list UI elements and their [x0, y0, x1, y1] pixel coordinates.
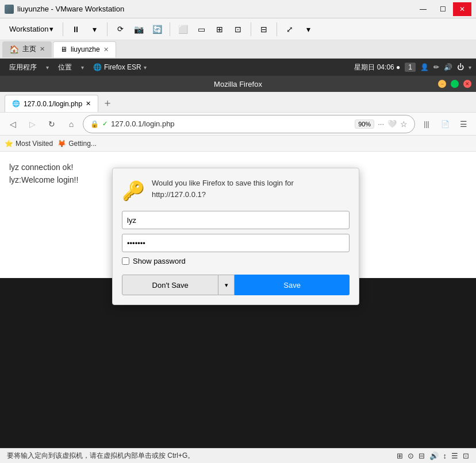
sound-icon: 🔊 — [444, 63, 452, 71]
firefox-menu-arrow: ▾ — [144, 64, 147, 71]
home-tab-close[interactable]: ✕ — [40, 45, 45, 53]
dont-save-button[interactable]: Don't Save — [122, 275, 218, 295]
power-menu-icon[interactable]: ⏻ — [457, 63, 464, 71]
new-tab-button[interactable]: ＋ — [99, 95, 116, 111]
status-icon2: ⊙ — [408, 452, 414, 460]
firefox-menu[interactable]: 🌐 Firefox ESR ▾ — [89, 61, 151, 74]
vm-area[interactable]: 应用程序 ▾ 位置 ▾ 🌐 Firefox ESR ▾ 星期日 04:06 ● … — [0, 59, 476, 449]
view-btn1[interactable]: ⬜ — [175, 21, 191, 37]
bookmark-heart-icon[interactable]: 🤍 — [387, 119, 397, 128]
collections-btn[interactable]: ||| — [419, 116, 435, 132]
workspace-badge: 1 — [405, 63, 416, 72]
forward-button[interactable]: ▷ — [24, 116, 40, 132]
vm-tab-label: liuyunzhe — [71, 45, 100, 53]
toolbar-sep5 — [277, 22, 277, 36]
vm-tab[interactable]: 🖥 liuyunzhe ✕ — [53, 41, 116, 57]
status-bar: 要将输入定向到该虚拟机，请在虚拟机内部单击或按 Ctrl+G。 ⊞ ⊙ ⊟ 🔊 … — [0, 448, 476, 463]
bookmark-star-icon[interactable]: ☆ — [400, 119, 408, 129]
power-dropdown-arrow: ▾ — [469, 64, 471, 71]
vmware-toolbar: Workstation ▾ ⏸ ▾ ⟳ 📷 🔄 ⬜ ▭ ⊞ ⊡ ⊟ ⤢ ▾ — [0, 18, 476, 40]
toolbar-sep2 — [107, 22, 108, 36]
getting-started-bookmark[interactable]: 🦊 Getting... — [57, 140, 97, 148]
show-password-label[interactable]: Show password — [133, 257, 186, 265]
save-button[interactable]: Save — [235, 275, 350, 295]
firefox-minimize-btn[interactable]: － — [438, 80, 446, 88]
most-visited-bookmark[interactable]: ⭐ Most Visited — [5, 140, 53, 148]
dont-save-label: Don't Save — [152, 281, 189, 290]
firefox-close-btn[interactable]: ✕ — [463, 80, 471, 88]
show-password-row: Show password — [122, 257, 350, 265]
vm-tab-icon: 🖥 — [60, 45, 67, 53]
firefox-tab-close[interactable]: ✕ — [86, 100, 91, 107]
linux-topbar-right: 星期日 04:06 ● 1 👤 ✏ 🔊 ⏻ ▾ — [354, 63, 471, 72]
dont-save-dropdown-btn[interactable]: ▾ — [218, 275, 235, 295]
status-icon3: ⊟ — [419, 452, 425, 460]
workstation-dropdown-icon: ▾ — [49, 25, 53, 33]
view-btn2[interactable]: ▭ — [193, 21, 209, 37]
username-input[interactable] — [122, 211, 350, 229]
save-password-popup: 🔑 Would you like Firefox to save this lo… — [112, 168, 359, 305]
firefox-bookmark-icon: 🦊 — [57, 140, 66, 148]
zoom-badge: 90% — [355, 119, 374, 129]
firefox-tabbar: 🌐 127.0.0.1/login.php ✕ ＋ — [0, 92, 476, 113]
vmware-icon — [5, 5, 14, 14]
reader-view-btn[interactable]: 📄 — [437, 116, 453, 132]
view-btn3[interactable]: ⊞ — [212, 21, 228, 37]
bookmark-star2-icon: ⭐ — [5, 140, 13, 148]
title-bar-controls: — ☐ ✕ — [414, 2, 471, 16]
popup-text: Would you like Firefox to save this logi… — [152, 178, 350, 200]
console-btn[interactable]: ⊟ — [256, 21, 272, 37]
firefox-title: Mozilla Firefox — [214, 80, 262, 88]
view-btn4[interactable]: ⊡ — [230, 21, 246, 37]
power-dropdown-btn[interactable]: ▾ — [86, 21, 102, 37]
url-text: 127.0.0.1/login.php — [111, 119, 351, 128]
status-icon6: ☰ — [451, 452, 458, 460]
workstation-menu[interactable]: Workstation ▾ — [5, 22, 58, 36]
snapshot2-btn[interactable]: 🔄 — [149, 21, 165, 37]
status-sound-icon: 🔊 — [429, 452, 439, 460]
most-visited-label: Most Visited — [16, 140, 53, 148]
status-text: 要将输入定向到该虚拟机，请在虚拟机内部单击或按 Ctrl+G。 — [7, 451, 194, 461]
home-nav-button[interactable]: ⌂ — [63, 116, 79, 132]
firefox-tab[interactable]: 🌐 127.0.0.1/login.php ✕ — [5, 95, 98, 112]
lock-icon: 🔒 — [90, 120, 99, 128]
status-icon7: ⊡ — [463, 452, 469, 460]
firefox-window-controls: － ✕ — [438, 80, 471, 88]
apps-menu[interactable]: 应用程序 — [5, 60, 41, 75]
firefox-tab-label: 127.0.0.1/login.php — [24, 100, 82, 108]
firefox-navbar: ◁ ▷ ↻ ⌂ 🔒 ✓ 127.0.0.1/login.php 90% ··· … — [0, 113, 476, 136]
back-button[interactable]: ◁ — [5, 116, 21, 132]
popup-header: 🔑 Would you like Firefox to save this lo… — [122, 178, 350, 202]
show-password-checkbox[interactable] — [122, 257, 129, 265]
bookmarks-bar: ⭐ Most Visited 🦊 Getting... — [0, 136, 476, 152]
home-tab[interactable]: 🏠 主页 ✕ — [2, 41, 52, 57]
firefox-titlebar: Mozilla Firefox － ✕ — [0, 76, 476, 92]
vm-tab-close[interactable]: ✕ — [103, 46, 109, 53]
password-input[interactable] — [122, 234, 350, 252]
power-icon-btn[interactable]: ⏸ — [68, 21, 84, 37]
window-title: liuyunzhe - VMware Workstation — [17, 5, 124, 13]
status-right: ⊞ ⊙ ⊟ 🔊 ↕ ☰ ⊡ — [397, 452, 470, 460]
status-icon1: ⊞ — [397, 452, 403, 460]
minimize-button[interactable]: — — [414, 2, 432, 16]
url-bar[interactable]: 🔒 ✓ 127.0.0.1/login.php 90% ··· 🤍 ☆ — [83, 115, 415, 133]
fullscreen-btn[interactable]: ⤢ — [282, 21, 298, 37]
toolbar-sep3 — [170, 22, 170, 36]
close-button[interactable]: ✕ — [453, 2, 471, 16]
title-bar: liuyunzhe - VMware Workstation — ☐ ✕ — [0, 0, 476, 18]
location-menu[interactable]: 位置 — [53, 60, 76, 75]
firefox-maximize-btn[interactable] — [451, 80, 459, 88]
snapshot-btn[interactable]: 📷 — [130, 21, 147, 37]
fullscreen-dropdown-btn[interactable]: ▾ — [300, 21, 316, 37]
getting-label: Getting... — [68, 140, 97, 148]
url-secure-icon: ✓ — [102, 120, 108, 128]
more-options-icon[interactable]: ··· — [378, 119, 384, 128]
menu-btn[interactable]: ☰ — [455, 116, 471, 132]
reload-button[interactable]: ↻ — [44, 116, 60, 132]
maximize-button[interactable]: ☐ — [433, 2, 452, 16]
revert-btn[interactable]: ⟳ — [112, 21, 128, 37]
status-icon5: ↕ — [443, 452, 447, 460]
datetime-label: 星期日 04:06 ● — [354, 63, 400, 72]
title-bar-left: liuyunzhe - VMware Workstation — [5, 5, 124, 14]
home-tab-label: 主页 — [22, 44, 36, 54]
